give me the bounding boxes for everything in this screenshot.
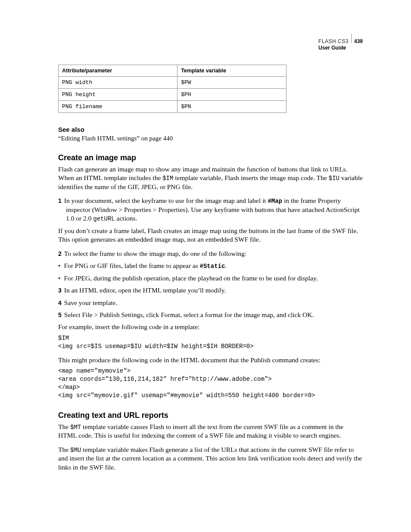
table-row: PNG height $PH: [59, 89, 286, 101]
bullet-item: •For JPEG, during the publish operation,…: [58, 274, 364, 283]
inline-code: $MT: [70, 424, 81, 431]
example-lead: For example, insert the following code i…: [58, 323, 364, 331]
inline-code: #Map: [268, 198, 282, 205]
step-number: 1: [58, 197, 64, 204]
template-variable-table: Attribute/parameter Template variable PN…: [58, 65, 286, 113]
example-lead-2: This might produce the following code in…: [58, 356, 364, 364]
reports-paragraph-1: The $MT template variable causes Flash t…: [58, 423, 364, 440]
page-number: 439: [354, 38, 363, 45]
cell-var: $PH: [177, 89, 286, 101]
content: Attribute/parameter Template variable PN…: [58, 65, 364, 472]
cell-attr: PNG width: [59, 77, 177, 89]
bullet-item: •For PNG or GIF files, label the frame t…: [58, 261, 364, 270]
see-also-link[interactable]: “Editing Flash HTML settings” on page 44…: [58, 135, 364, 142]
cell-var: $PN: [177, 101, 286, 113]
running-header: FLASH CS3 439 User Guide: [318, 34, 363, 51]
step-number: 2: [58, 250, 64, 257]
bullet-dot: •: [58, 274, 64, 282]
text: template variable makes Flash generate a…: [58, 446, 362, 471]
inline-code: $IM: [162, 175, 173, 182]
cell-attr: PNG height: [59, 89, 177, 101]
page: FLASH CS3 439 User Guide Attribute/param…: [0, 0, 411, 511]
section-heading-reports: Creating text and URL reports: [58, 411, 364, 420]
table-row: PNG width $PW: [59, 77, 286, 89]
text: Select File > Publish Settings, click Fo…: [64, 311, 314, 318]
step-1: 1In your document, select the keyframe t…: [58, 196, 364, 223]
text: To select the frame to show the image ma…: [64, 250, 246, 257]
header-divider: [351, 34, 352, 43]
inline-code: #Static: [200, 263, 225, 270]
step-number: 3: [58, 287, 64, 294]
code-block-2: <map name="mymovie"> <area coords="130,1…: [58, 367, 364, 400]
inline-code: getURL: [93, 215, 115, 222]
text: For JPEG, during the publish operation, …: [64, 274, 318, 282]
step-number: 5: [58, 311, 64, 318]
inline-code: $MU: [70, 447, 81, 454]
code-block-1: $IM <img src=$IS usemap=$IU width=$IW he…: [58, 334, 364, 351]
reports-paragraph-2: The $MU template variable makes Flash ge…: [58, 445, 364, 472]
header-subtitle: User Guide: [318, 45, 363, 51]
note-paragraph: If you don’t create a frame label, Flash…: [58, 227, 364, 244]
step-3: 3In an HTML editor, open the HTML templa…: [58, 286, 364, 295]
text: The: [58, 446, 70, 453]
step-2: 2To select the frame to show the image m…: [58, 249, 364, 258]
see-also-heading: See also: [58, 126, 364, 133]
text: Save your template.: [64, 299, 118, 306]
table-header-row: Attribute/parameter Template variable: [59, 65, 286, 77]
text: .: [225, 262, 227, 269]
table-row: PNG filename $PN: [59, 101, 286, 113]
text: actions.: [115, 215, 137, 222]
th-template-variable: Template variable: [177, 65, 286, 77]
step-5: 5Select File > Publish Settings, click F…: [58, 311, 364, 319]
text: The: [58, 423, 70, 430]
text: template variable, Flash inserts the ima…: [173, 174, 328, 181]
cell-var: $PW: [177, 77, 286, 89]
text: In your document, select the keyframe to…: [64, 197, 268, 204]
intro-paragraph: Flash can generate an image map to show …: [58, 165, 364, 191]
text: For PNG or GIF files, label the frame to…: [64, 262, 199, 269]
step-4: 4Save your template.: [58, 299, 364, 307]
cell-attr: PNG filename: [59, 101, 177, 113]
bullet-dot: •: [58, 262, 64, 269]
inline-code: $IU: [329, 175, 339, 182]
th-attribute: Attribute/parameter: [59, 65, 177, 77]
section-heading-image-map: Create an image map: [58, 153, 364, 162]
text: In an HTML editor, open the HTML templat…: [64, 286, 226, 294]
text: template variable causes Flash to insert…: [58, 423, 343, 439]
step-number: 4: [58, 299, 64, 306]
product-name: FLASH CS3: [318, 38, 349, 45]
